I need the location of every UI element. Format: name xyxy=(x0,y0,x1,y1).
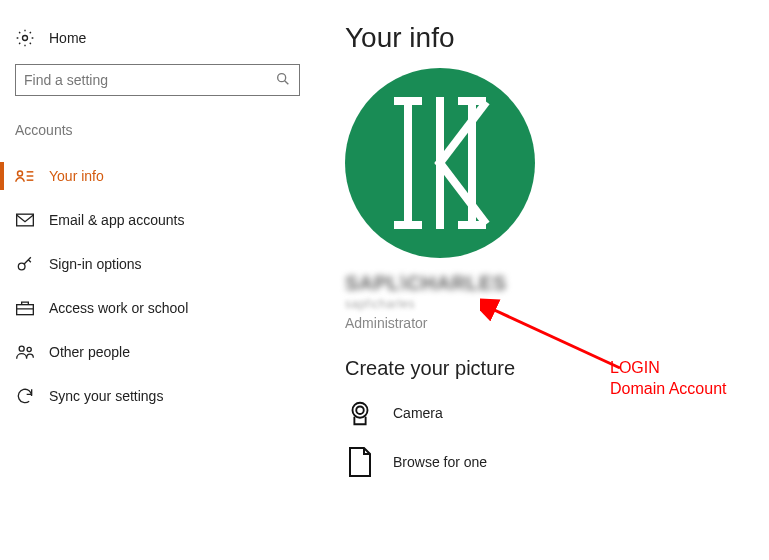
svg-point-22 xyxy=(356,406,364,414)
avatar xyxy=(345,68,535,258)
account-role: Administrator xyxy=(345,315,745,331)
search-placeholder: Find a setting xyxy=(24,72,108,88)
sidebar-item-label: Access work or school xyxy=(49,300,188,316)
account-username: SAPL\CHARLES xyxy=(345,272,745,295)
sidebar-item-other-people[interactable]: Other people xyxy=(15,330,315,374)
svg-point-8 xyxy=(18,263,25,270)
gear-icon xyxy=(15,28,35,48)
camera-icon xyxy=(345,398,375,428)
svg-point-21 xyxy=(353,403,368,418)
camera-label: Camera xyxy=(393,405,443,421)
home-button[interactable]: Home xyxy=(15,28,315,48)
file-icon xyxy=(345,446,375,478)
key-icon xyxy=(15,254,35,274)
svg-point-10 xyxy=(19,346,24,351)
svg-point-1 xyxy=(278,73,286,81)
svg-point-0 xyxy=(23,36,28,41)
sidebar-item-signin-options[interactable]: Sign-in options xyxy=(15,242,315,286)
sidebar-item-access-work-school[interactable]: Access work or school xyxy=(15,286,315,330)
sidebar-item-label: Sync your settings xyxy=(49,388,163,404)
person-card-icon xyxy=(15,167,35,185)
sidebar-item-label: Other people xyxy=(49,344,130,360)
svg-rect-7 xyxy=(17,214,34,226)
camera-option[interactable]: Camera xyxy=(345,398,745,428)
sidebar-item-label: Your info xyxy=(49,168,104,184)
annotation-line2: Domain Account xyxy=(610,379,727,400)
sidebar-item-label: Email & app accounts xyxy=(49,212,184,228)
briefcase-icon xyxy=(15,299,35,317)
page-title: Your info xyxy=(345,22,745,54)
svg-point-11 xyxy=(27,347,31,351)
search-icon xyxy=(275,71,291,90)
annotation-text: LOGIN Domain Account xyxy=(610,358,727,400)
browse-option[interactable]: Browse for one xyxy=(345,446,745,478)
sidebar-item-sync-settings[interactable]: Sync your settings xyxy=(15,374,315,418)
svg-point-3 xyxy=(18,171,23,176)
annotation-line1: LOGIN xyxy=(610,358,727,379)
section-label: Accounts xyxy=(15,122,315,138)
account-subline: sapl\charles xyxy=(345,297,745,311)
sidebar-item-your-info[interactable]: Your info xyxy=(15,154,315,198)
browse-label: Browse for one xyxy=(393,454,487,470)
sidebar-item-label: Sign-in options xyxy=(49,256,142,272)
svg-rect-9 xyxy=(17,305,34,315)
envelope-icon xyxy=(15,212,35,228)
home-label: Home xyxy=(49,30,86,46)
sync-icon xyxy=(15,386,35,406)
people-icon xyxy=(15,343,35,361)
svg-line-20 xyxy=(440,163,484,221)
sidebar-item-email-accounts[interactable]: Email & app accounts xyxy=(15,198,315,242)
svg-line-19 xyxy=(440,105,484,163)
svg-line-2 xyxy=(285,80,289,84)
search-input[interactable]: Find a setting xyxy=(15,64,300,96)
